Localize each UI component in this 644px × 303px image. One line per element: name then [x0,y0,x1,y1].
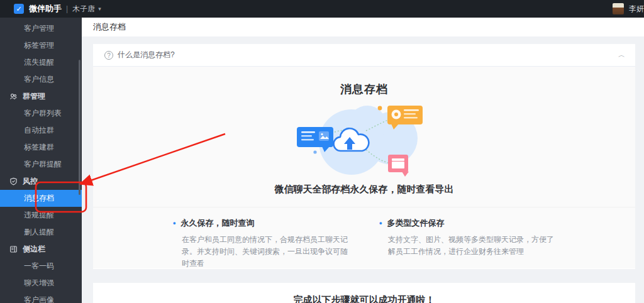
bullet-dot-icon: • [173,218,176,228]
hero-title: 消息存档 [93,67,635,97]
feature-description: 支持文字、图片、视频等多类型聊天记录，方便了解员工工作情况，进行企业财务往来管理 [379,234,555,258]
sidebar-item-label: 客户信息 [24,75,54,84]
sidebar-item-risk-control[interactable]: 风控 [0,173,82,190]
sidebar-scrollbar[interactable] [79,60,80,195]
sidebar-item-tag-management[interactable]: 标签管理 [0,37,82,54]
hero-subtitle: 微信聊天全部存档永久保存，随时查看导出 [93,184,635,196]
sidebar-item-label: 流失提醒 [24,58,54,67]
feature-title: •永久保存，随时查询 [173,218,349,229]
sidebar-item-label: 客户管理 [24,24,54,33]
sidebar-item-label: 客户群列表 [24,109,62,118]
intro-panel-body: 消息存档 [93,67,635,268]
sidebar-item-violation-reminder[interactable]: 违规提醒 [0,207,82,224]
topbar-divider: | [66,4,68,13]
user-avatar[interactable] [613,3,624,14]
sidebar-item-message-archive[interactable]: 消息存档 [0,190,82,207]
sidebar-item-delete-reminder[interactable]: 删人提醒 [0,224,82,241]
sidebar-item-churn-reminder[interactable]: 流失提醒 [0,54,82,71]
page-header: 消息存档 [82,18,644,36]
intro-card: ? 什么是消息存档? ︿ 消息存档 [93,44,635,269]
sidebar-item-customer-portrait[interactable]: 客户画像 [0,292,82,303]
feature-list: •永久保存，随时查询在客户和员工同意的情况下，合规存档员工聊天记录。并支持时间、… [93,218,635,270]
chat-bubble-file [388,155,409,177]
sidebar-item-label: 侧边栏 [23,241,45,258]
chevron-down-icon[interactable]: ▾ [98,6,101,12]
chat-bubble-image [297,127,333,152]
sidebar-item-label: 删人提醒 [24,228,54,236]
sidebar-item-customer-group-reminder[interactable]: 客户群提醒 [0,156,82,173]
orange-dot [378,106,382,111]
feature-title: •多类型文件保存 [379,218,555,229]
sidebar-item-label: 聊天增强 [24,278,54,287]
sidebar-item-label: 客户群提醒 [24,160,62,168]
sidebar-menu: 客户管理标签管理流失提醒客户信息群管理客户群列表自动拉群标签建群客户群提醒风控消… [0,20,82,303]
sidebar-item-label: 群管理 [23,88,45,105]
sidebar-item-label: 违规提醒 [24,211,54,219]
sidebar-item-customer-group-list[interactable]: 客户群列表 [0,105,82,122]
blue-dot [313,150,316,153]
sidebar-item-label: 一客一码 [24,262,54,270]
chevron-up-icon[interactable]: ︿ [618,50,625,60]
page-title: 消息存档 [93,21,126,33]
group-icon [9,92,18,101]
topbar: ✓ 微伴助手 | 木子唐 ▾ 李妍 [0,0,644,18]
shield-icon [9,177,18,185]
sidebar-item-tag-group-create[interactable]: 标签建群 [0,139,82,156]
steps-title: 完成以下步骤就可以成功开通啦！ [93,283,635,303]
sidebar-item-chat-enhance[interactable]: 聊天增强 [0,275,82,292]
sidebar-item-label: 客户画像 [24,295,54,303]
account-switcher[interactable]: 木子唐 [72,4,95,14]
sidebar-item-side-panel[interactable]: 侧边栏 [0,241,82,258]
panel-icon [9,245,18,253]
user-name[interactable]: 李妍 [629,4,644,14]
sidebar-item-label: 标签建群 [24,143,54,152]
feature-2: •多类型文件保存支持文字、图片、视频等多类型聊天记录，方便了解员工工作情况，进行… [379,218,555,270]
panel-header-label: 什么是消息存档? [118,50,175,60]
feature-description: 在客户和员工同意的情况下，合规存档员工聊天记录。并支持时间、关键词搜索，一旦出现… [173,234,349,270]
sidebar-item-label: 风控 [23,173,38,190]
sidebar-item-group-management[interactable]: 群管理 [0,88,82,105]
sidebar-item-customer-info[interactable]: 客户信息 [0,71,82,88]
sidebar-item-label: 标签管理 [24,41,54,50]
app-window: ✓ 微伴助手 | 木子唐 ▾ 李妍 客户管理标签管理流失提醒客户信息群管理客户群… [0,0,644,303]
sidebar: 客户管理标签管理流失提醒客户信息群管理客户群列表自动拉群标签建群客户群提醒风控消… [0,18,82,303]
steps-card: 完成以下步骤就可以成功开通啦！ [93,283,635,303]
app-logo-icon: ✓ [14,4,24,14]
sidebar-item-label: 消息存档 [24,194,54,202]
features-divider [93,207,635,207]
sidebar-item-one-customer-one-code[interactable]: 一客一码 [0,258,82,275]
main-content: 消息存档 ? 什么是消息存档? ︿ 消息存档 [82,18,644,303]
feature-1: •永久保存，随时查询在客户和员工同意的情况下，合规存档员工聊天记录。并支持时间、… [173,218,349,270]
bullet-dot-icon: • [379,218,382,228]
sidebar-item-auto-group-pull[interactable]: 自动拉群 [0,122,82,139]
sidebar-item-customer-management[interactable]: 客户管理 [0,20,82,37]
question-circle-icon: ? [104,51,113,60]
app-name: 微伴助手 [29,3,62,14]
intro-panel-header[interactable]: ? 什么是消息存档? ︿ [93,44,635,67]
cloud-archive-illustration [286,101,443,181]
sidebar-item-label: 自动拉群 [24,126,54,135]
